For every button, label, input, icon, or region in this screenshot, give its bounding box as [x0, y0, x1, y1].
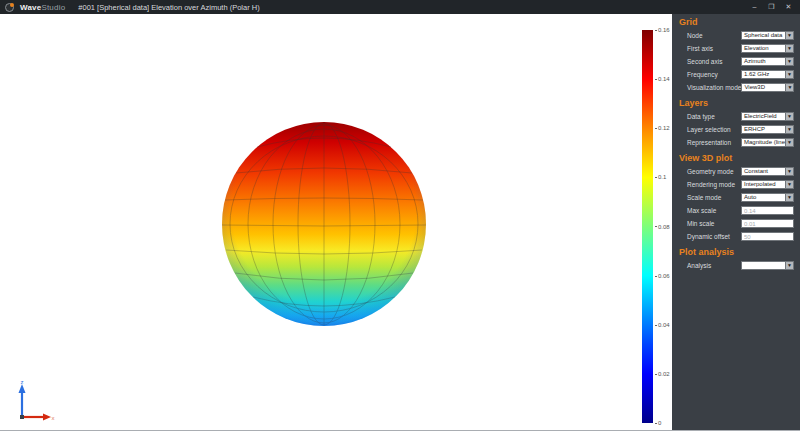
frequency-dropdown[interactable]: 1.62 GHz ▼: [741, 70, 794, 79]
second-axis-label: Second axis: [687, 58, 741, 65]
chevron-down-icon[interactable]: ▼: [785, 32, 793, 39]
data-type-value: ElectricField: [742, 113, 785, 120]
settings-panel: Grid Node Spherical data ▼ First axis El…: [672, 14, 800, 430]
rendering-mode-label: Rendering mode: [687, 181, 741, 188]
min-scale-label: Min scale: [687, 220, 741, 227]
row-dynamic-offset: Dynamic offset: [687, 232, 794, 241]
x-axis-arrow-icon: [43, 414, 51, 421]
chevron-down-icon[interactable]: ▼: [785, 58, 793, 65]
colorbar-tick: 0: [653, 420, 661, 426]
analysis-dropdown[interactable]: ▼: [741, 261, 794, 270]
scale-mode-label: Scale mode: [687, 194, 741, 201]
geometry-mode-dropdown[interactable]: Constant ▼: [741, 167, 794, 176]
chevron-down-icon[interactable]: ▼: [785, 113, 793, 120]
colorbar-gradient: [642, 30, 653, 423]
section-header-view-3d-plot: View 3D plot: [679, 153, 800, 163]
chevron-down-icon[interactable]: ▼: [785, 181, 793, 188]
chevron-down-icon[interactable]: ▼: [785, 71, 793, 78]
main-content: z x 0.16 0.14 0.12 0.1 0.08 0.06: [0, 14, 800, 430]
colorbar-tick: 0.1: [653, 174, 666, 180]
first-axis-dropdown[interactable]: Elevation ▼: [741, 44, 794, 53]
app-name: WaveStudio: [20, 3, 65, 12]
row-node: Node Spherical data ▼: [687, 31, 794, 40]
axis-triad-svg: z x: [6, 379, 56, 423]
chevron-down-icon[interactable]: ▼: [785, 45, 793, 52]
colorbar-tick: 0.12: [653, 125, 670, 131]
row-representation: Representation Magnitude (linear) ▼: [687, 138, 794, 147]
max-scale-input: [741, 206, 794, 215]
first-axis-value: Elevation: [742, 45, 785, 52]
row-first-axis: First axis Elevation ▼: [687, 44, 794, 53]
data-type-dropdown[interactable]: ElectricField ▼: [741, 112, 794, 121]
axis-triad: z x: [6, 379, 56, 427]
analysis-label: Analysis: [687, 262, 741, 269]
visualization-mode-dropdown[interactable]: View3D ▼: [741, 83, 794, 92]
x-axis-label: x: [52, 415, 55, 421]
min-scale-input: [741, 219, 794, 228]
geometry-mode-value: Constant: [742, 168, 785, 175]
geometry-mode-label: Geometry mode: [687, 168, 741, 175]
colorbar-tick: 0.06: [653, 273, 670, 279]
chevron-down-icon[interactable]: ▼: [785, 84, 793, 91]
layer-selection-value: ERHCP: [742, 126, 785, 133]
row-layer-selection: Layer selection ERHCP ▼: [687, 125, 794, 134]
section-header-grid: Grid: [679, 17, 800, 27]
sphere-plot-svg: [219, 119, 429, 329]
maximize-button[interactable]: ❐: [765, 1, 778, 13]
rendering-mode-value: Interpolated: [742, 181, 785, 188]
second-axis-dropdown[interactable]: Azimuth ▼: [741, 57, 794, 66]
representation-label: Representation: [687, 139, 741, 146]
colorbar-tick: 0.08: [653, 224, 670, 230]
colorbar-tick: 0.16: [653, 27, 670, 33]
app-logo-icon: [5, 3, 14, 12]
plot-3d-viewport[interactable]: z x 0.16 0.14 0.12 0.1 0.08 0.06: [0, 14, 672, 430]
rendering-mode-dropdown[interactable]: Interpolated ▼: [741, 180, 794, 189]
section-header-plot-analysis: Plot analysis: [679, 247, 800, 257]
chevron-down-icon[interactable]: ▼: [785, 194, 793, 201]
frequency-label: Frequency: [687, 71, 741, 78]
minimize-button[interactable]: –: [748, 1, 761, 13]
row-max-scale: Max scale: [687, 206, 794, 215]
visualization-mode-label: Visualization mode: [687, 84, 741, 91]
representation-value: Magnitude (linear): [742, 139, 785, 146]
data-type-label: Data type: [687, 113, 741, 120]
colorbar-tick: 0.14: [653, 76, 670, 82]
layer-selection-dropdown[interactable]: ERHCP ▼: [741, 125, 794, 134]
scale-mode-dropdown[interactable]: Auto ▼: [741, 193, 794, 202]
app-name-primary: Wave: [20, 3, 41, 12]
analysis-value: [742, 262, 785, 269]
first-axis-label: First axis: [687, 45, 741, 52]
node-value: Spherical data: [742, 32, 785, 39]
close-button[interactable]: ✕: [782, 1, 795, 13]
row-scale-mode: Scale mode Auto ▼: [687, 193, 794, 202]
layer-selection-label: Layer selection: [687, 126, 741, 133]
colorbar-tick: 0.02: [653, 371, 670, 377]
axis-origin: [20, 415, 24, 419]
row-min-scale: Min scale: [687, 219, 794, 228]
node-label: Node: [687, 32, 741, 39]
section-header-layers: Layers: [679, 98, 800, 108]
chevron-down-icon[interactable]: ▼: [785, 126, 793, 133]
dynamic-offset-input: [741, 232, 794, 241]
chevron-down-icon[interactable]: ▼: [785, 139, 793, 146]
representation-dropdown[interactable]: Magnitude (linear) ▼: [741, 138, 794, 147]
window-title: #001 [Spherical data] Elevation over Azi…: [78, 3, 259, 12]
dynamic-offset-label: Dynamic offset: [687, 233, 741, 240]
z-axis-arrow-icon: [19, 384, 26, 393]
z-axis-label: z: [21, 379, 24, 385]
row-data-type: Data type ElectricField ▼: [687, 112, 794, 121]
max-scale-label: Max scale: [687, 207, 741, 214]
spherical-radiation-pattern: [219, 119, 429, 329]
row-frequency: Frequency 1.62 GHz ▼: [687, 70, 794, 79]
app-name-secondary: Studio: [41, 3, 65, 12]
colorbar-tick: 0.04: [653, 322, 670, 328]
colorbar-ticks: 0.16 0.14 0.12 0.1 0.08 0.06 0.04 0.02 0: [653, 30, 670, 423]
titlebar: WaveStudio #001 [Spherical data] Elevati…: [0, 0, 800, 14]
row-analysis: Analysis ▼: [687, 261, 794, 270]
app-window: WaveStudio #001 [Spherical data] Elevati…: [0, 0, 800, 431]
scale-mode-value: Auto: [742, 194, 785, 201]
node-dropdown[interactable]: Spherical data ▼: [741, 31, 794, 40]
chevron-down-icon[interactable]: ▼: [785, 262, 793, 269]
chevron-down-icon[interactable]: ▼: [785, 168, 793, 175]
visualization-mode-value: View3D: [742, 84, 785, 91]
